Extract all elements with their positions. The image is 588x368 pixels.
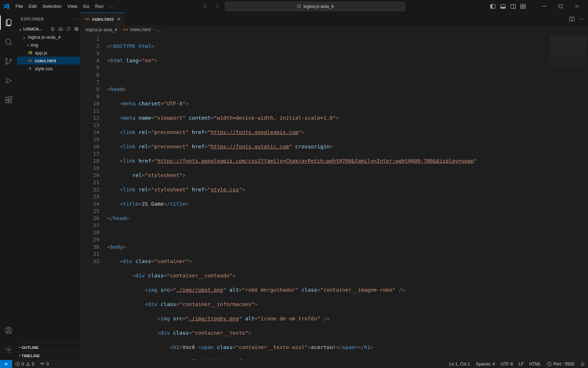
status-language[interactable]: HTML (527, 362, 544, 367)
svg-rect-9 (524, 4, 526, 6)
breadcrumbs[interactable]: logica-js-aula_4 › <> index.html › ... (81, 25, 588, 34)
svg-point-20 (10, 59, 11, 61)
svg-rect-11 (524, 7, 526, 9)
vscode-window: File Edit Selection View Go Run ··· logi… (0, 0, 588, 368)
minimap-overview (550, 35, 587, 68)
sidebar-title-label: EXPLORER (21, 17, 44, 21)
activity-settings-icon[interactable] (0, 343, 17, 357)
status-ports-count: 0 (46, 362, 49, 367)
svg-rect-10 (521, 7, 523, 9)
file-html-icon: <> (84, 16, 90, 22)
split-editor-icon[interactable] (569, 16, 575, 22)
menu-edit[interactable]: Edit (26, 0, 39, 13)
chevron-right-icon: › (27, 42, 29, 48)
command-center[interactable]: logica-js-aula_4 (225, 2, 405, 11)
status-notifications[interactable] (577, 362, 588, 367)
tree-file-stylecss[interactable]: # style.css (17, 64, 80, 72)
tab-indexhtml[interactable]: <> index.html ✕ (81, 13, 125, 25)
menu-file[interactable]: File (13, 0, 26, 13)
window-controls (536, 0, 585, 13)
status-cursor[interactable]: Ln 1, Col 1 (446, 362, 473, 367)
breadcrumb-segment[interactable]: ... (157, 27, 160, 32)
activity-explorer-icon[interactable] (0, 15, 17, 30)
tree-file-indexhtml[interactable]: <> index.html (17, 57, 80, 64)
activity-source-control-icon[interactable] (0, 54, 17, 68)
svg-point-0 (297, 5, 300, 8)
menu-run[interactable]: Run (92, 0, 107, 13)
activity-accounts-icon[interactable] (0, 323, 17, 338)
menu-selection[interactable]: Selection (39, 0, 64, 13)
file-html-icon: <> (27, 58, 33, 63)
svg-rect-7 (514, 4, 516, 8)
tab-more-icon[interactable]: ··· (579, 16, 584, 22)
breadcrumb-segment[interactable]: index.html (130, 27, 151, 32)
title-right (490, 0, 588, 13)
code-content[interactable]: <!DOCTYPE html> <html lang="en"> <head> … (104, 34, 549, 360)
nav-forward-icon[interactable] (213, 2, 222, 11)
activity-search-icon[interactable] (0, 35, 17, 49)
sidebar-outline[interactable]: › OUTLINE (17, 343, 80, 352)
activity-extensions-icon[interactable] (0, 93, 17, 107)
minimize-button[interactable] (536, 0, 552, 13)
menu-go[interactable]: Go (80, 0, 92, 13)
svg-line-17 (10, 43, 12, 45)
layout-panel-icon[interactable] (500, 3, 506, 10)
svg-point-39 (28, 365, 28, 365)
sidebar-folder-header[interactable]: ⌄ LOGICA... (17, 25, 80, 33)
sidebar-more-icon[interactable]: ··· (73, 17, 77, 21)
close-button[interactable] (569, 0, 585, 13)
search-icon (297, 4, 301, 9)
new-file-icon[interactable] (50, 27, 55, 32)
file-css-icon: # (27, 66, 33, 71)
status-encoding[interactable]: UTF-8 (498, 362, 516, 367)
menu-bar: File Edit Selection View Go Run ··· (13, 0, 116, 13)
tree-label: index.html (35, 58, 56, 63)
layout-sidebar-left-icon[interactable] (490, 3, 496, 10)
breadcrumb-segment[interactable]: logica-js-aula_4 (86, 27, 117, 32)
svg-rect-3 (491, 4, 493, 8)
svg-point-18 (6, 58, 7, 60)
tab-label: index.html (92, 16, 113, 22)
status-problems[interactable]: 0 0 (12, 362, 37, 367)
tree-folder-img[interactable]: › img (17, 41, 80, 49)
svg-rect-25 (9, 100, 11, 103)
activity-run-debug-icon[interactable] (0, 73, 17, 88)
chevron-down-icon: ⌄ (19, 27, 22, 32)
maximize-button[interactable] (552, 0, 569, 13)
new-folder-icon[interactable] (58, 27, 63, 32)
menu-overflow-icon[interactable]: ··· (107, 0, 116, 13)
vscode-logo-icon (0, 3, 13, 9)
svg-point-19 (6, 63, 7, 64)
status-ports[interactable]: 0 (37, 362, 52, 367)
chevron-right-icon: › (119, 27, 121, 32)
minimap[interactable] (549, 34, 588, 360)
svg-rect-24 (6, 100, 8, 103)
customize-layout-icon[interactable] (520, 3, 526, 10)
collapse-all-icon[interactable] (74, 27, 79, 32)
tree-label: img (30, 42, 38, 48)
svg-rect-8 (521, 4, 523, 6)
command-center-text: logica-js-aula_4 (304, 4, 334, 9)
tree-folder-root[interactable]: ⌄ logica-js-aula_4 (17, 33, 80, 41)
broadcast-off-icon (547, 362, 552, 367)
editor[interactable]: 1234567891011121314151617181920212223242… (81, 34, 588, 360)
editor-group: <> index.html ✕ ··· logica-js-aula_4 › <… (81, 13, 588, 360)
menu-view[interactable]: View (65, 0, 80, 13)
layout-sidebar-right-icon[interactable] (510, 3, 516, 10)
tree-file-appjs[interactable]: JS app.js (17, 49, 80, 57)
timeline-label: TIMELINE (22, 354, 40, 358)
nav-back-icon[interactable] (201, 2, 210, 11)
status-eol[interactable]: LF (516, 362, 527, 367)
status-live-server[interactable]: Port : 5500 (544, 362, 577, 367)
sidebar-folder-label: LOGICA... (23, 27, 42, 31)
sidebar-title: EXPLORER ··· (17, 13, 80, 25)
remote-indicator[interactable] (0, 360, 12, 368)
refresh-icon[interactable] (66, 27, 71, 32)
status-indent[interactable]: Spaces: 4 (473, 362, 498, 367)
chevron-right-icon: › (17, 355, 22, 357)
file-html-icon: <> (123, 27, 128, 32)
close-icon[interactable]: ✕ (117, 16, 121, 22)
bell-icon (580, 362, 585, 367)
line-number-gutter: 1234567891011121314151617181920212223242… (81, 34, 104, 360)
sidebar-timeline[interactable]: › TIMELINE (17, 352, 80, 360)
